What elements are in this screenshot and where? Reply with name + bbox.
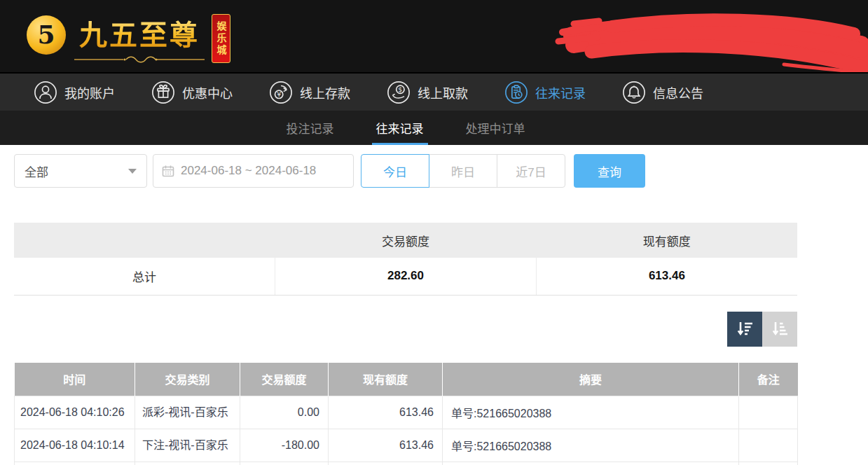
record-time: 2024-06-18 04:10:14 — [15, 429, 135, 462]
sort-descending-icon — [734, 319, 755, 340]
main-nav: 我的账户 优惠中心 ¥ 线上存款 $ 线上取款 — [0, 72, 868, 111]
logo-emblem: 5 — [27, 15, 66, 55]
records-header-note: 备注 — [739, 363, 798, 396]
brand-logo[interactable]: 5 九五至尊 娱乐城 — [27, 13, 230, 64]
tab-bet-records[interactable]: 投注记录 — [282, 111, 338, 145]
table-row: 2024-06-18 04:10:14 下注-视讯-百家乐 -180.00 61… — [15, 429, 798, 462]
nav-label: 我的账户 — [64, 83, 115, 102]
calendar-icon — [162, 165, 174, 177]
record-note — [739, 396, 798, 429]
record-balance: 613.46 — [329, 429, 443, 462]
logo-emblem-number: 5 — [37, 20, 55, 49]
user-icon — [34, 81, 57, 104]
table-row — [15, 462, 798, 465]
sort-descending-button[interactable] — [727, 312, 762, 347]
tab-pending-orders[interactable]: 处理中订单 — [462, 111, 530, 145]
records-header-balance: 现有额度 — [329, 363, 443, 396]
records-header-summary: 摘要 — [443, 363, 739, 396]
summary-header-transaction: 交易额度 — [275, 223, 537, 258]
nav-item-transactions[interactable]: 往来记录 — [504, 81, 586, 104]
record-note — [739, 429, 798, 462]
brand-name: 九五至尊 — [79, 13, 200, 53]
sort-ascending-button[interactable] — [762, 312, 797, 347]
category-select-value: 全部 — [25, 162, 48, 180]
tab-transaction-records[interactable]: 往来记录 — [372, 111, 428, 145]
quick-range-group: 今日 昨日 近7日 — [361, 154, 565, 188]
filter-bar: 全部 2024-06-18 ~ 2024-06-18 今日 昨日 近7日 查询 — [14, 154, 797, 188]
deposit-icon: ¥ — [269, 81, 293, 104]
summary-total-label: 总计 — [14, 258, 275, 295]
gift-icon — [151, 81, 175, 104]
brand-badge: 娱乐城 — [212, 14, 230, 63]
summary-header-row: 交易额度 现有额度 — [14, 223, 797, 258]
bell-icon — [622, 81, 646, 104]
nav-item-withdraw[interactable]: $ 线上取款 — [387, 81, 468, 104]
top-header: 5 九五至尊 娱乐城 — [0, 0, 868, 72]
records-header-row: 时间 交易类别 交易额度 现有额度 摘要 备注 — [15, 363, 798, 396]
svg-text:$: $ — [398, 85, 402, 93]
record-amount: -180.00 — [240, 429, 329, 462]
records-header-amount: 交易额度 — [240, 363, 329, 396]
quick-range-yesterday[interactable]: 昨日 — [429, 154, 497, 188]
records-table: 时间 交易类别 交易额度 现有额度 摘要 备注 2024-06-18 04:10… — [14, 363, 798, 465]
record-type: 派彩-视讯-百家乐 — [135, 396, 240, 429]
svg-text:¥: ¥ — [277, 90, 281, 98]
nav-item-announcements[interactable]: 信息公告 — [622, 81, 703, 104]
records-icon — [504, 81, 528, 104]
nav-label: 信息公告 — [653, 83, 703, 102]
nav-item-promotions[interactable]: 优惠中心 — [151, 81, 233, 104]
summary-total-transaction: 282.60 — [275, 258, 537, 295]
search-button[interactable]: 查询 — [574, 154, 645, 188]
record-summary: 单号:521665020388 — [443, 396, 739, 429]
nav-label: 线上取款 — [418, 83, 468, 102]
date-range-value: 2024-06-18 ~ 2024-06-18 — [181, 164, 316, 178]
record-amount: 0.00 — [240, 396, 329, 429]
record-time: 2024-06-18 04:10:26 — [15, 396, 135, 429]
redaction-scribble — [553, 4, 868, 72]
record-balance: 613.46 — [329, 396, 443, 429]
date-range-input[interactable]: 2024-06-18 ~ 2024-06-18 — [153, 154, 354, 188]
sort-ascending-icon — [769, 319, 790, 340]
sort-controls — [14, 312, 797, 347]
table-row: 2024-06-18 04:10:26 派彩-视讯-百家乐 0.00 613.4… — [15, 396, 798, 429]
withdraw-icon: $ — [387, 81, 411, 104]
summary-header-balance: 现有额度 — [536, 223, 797, 258]
records-header-time: 时间 — [15, 363, 135, 396]
record-type: 下注-视讯-百家乐 — [135, 429, 240, 462]
flourish-ornament — [73, 55, 206, 64]
quick-range-last7days[interactable]: 近7日 — [497, 154, 565, 188]
category-select[interactable]: 全部 — [14, 154, 147, 188]
chevron-down-icon — [128, 169, 137, 174]
sub-nav: 投注记录 往来记录 处理中订单 — [0, 111, 868, 145]
summary-total-balance: 613.46 — [536, 258, 797, 295]
nav-label: 优惠中心 — [182, 83, 233, 102]
records-header-type: 交易类别 — [135, 363, 240, 396]
summary-header-blank — [14, 223, 275, 258]
nav-item-deposit[interactable]: ¥ 线上存款 — [269, 81, 350, 104]
summary-total-row: 总计 282.60 613.46 — [14, 258, 797, 295]
record-summary: 单号:521665020388 — [443, 429, 739, 462]
nav-item-my-account[interactable]: 我的账户 — [34, 81, 115, 104]
quick-range-today[interactable]: 今日 — [361, 154, 429, 188]
summary-table: 交易额度 现有额度 总计 282.60 613.46 — [14, 223, 797, 296]
nav-label: 往来记录 — [535, 83, 586, 102]
nav-label: 线上存款 — [300, 83, 350, 102]
